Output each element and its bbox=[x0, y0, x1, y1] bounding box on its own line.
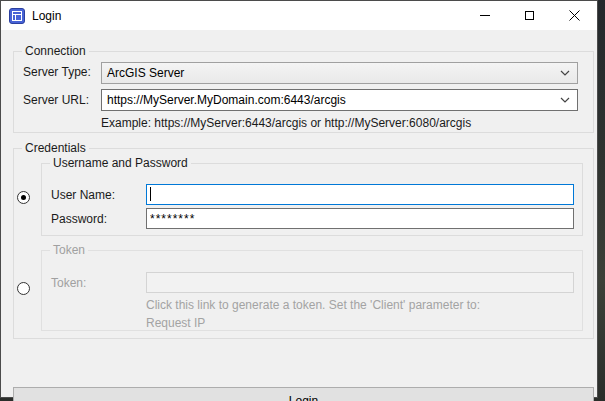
login-window: Login Connection Server Type: ArcGIS Ser… bbox=[0, 0, 598, 398]
server-type-value: ArcGIS Server bbox=[102, 66, 184, 80]
server-url-value: https://MyServer.MyDomain.com:6443/arcgi… bbox=[102, 93, 346, 107]
radio-selected-dot bbox=[21, 195, 26, 200]
username-password-radio[interactable] bbox=[17, 191, 30, 204]
maximize-icon bbox=[525, 11, 534, 20]
token-label: Token: bbox=[51, 276, 86, 290]
token-hint-text: Click this link to generate a token. Set… bbox=[146, 298, 480, 312]
token-input bbox=[146, 272, 574, 293]
password-input[interactable] bbox=[146, 208, 574, 229]
minimize-button[interactable] bbox=[462, 1, 507, 30]
user-name-label: User Name: bbox=[51, 188, 115, 202]
login-button[interactable]: Login bbox=[13, 387, 594, 401]
titlebar[interactable]: Login bbox=[1, 1, 597, 30]
credentials-group-label: Credentials bbox=[22, 141, 89, 155]
request-ip-link[interactable]: Request IP bbox=[146, 316, 205, 330]
password-label: Password: bbox=[51, 212, 107, 226]
app-icon bbox=[9, 8, 25, 24]
text-caret bbox=[150, 187, 151, 201]
minimize-icon bbox=[480, 15, 490, 16]
window-title: Login bbox=[32, 9, 61, 23]
maximize-button[interactable] bbox=[507, 1, 552, 30]
chevron-down-icon bbox=[560, 70, 577, 76]
user-name-input[interactable] bbox=[146, 184, 574, 205]
caption-buttons bbox=[462, 1, 597, 30]
connection-group-label: Connection bbox=[22, 44, 89, 58]
dialog-body: Connection Server Type: ArcGIS Server Se… bbox=[1, 30, 597, 397]
chevron-down-icon bbox=[560, 97, 577, 103]
login-button-label: Login bbox=[289, 394, 318, 401]
server-type-dropdown[interactable]: ArcGIS Server bbox=[101, 62, 578, 84]
username-password-group-label: Username and Password bbox=[50, 156, 191, 170]
example-text: Example: https://MyServer:6443/arcgis or… bbox=[101, 116, 471, 130]
server-url-label: Server URL: bbox=[23, 93, 89, 107]
server-url-combobox[interactable]: https://MyServer.MyDomain.com:6443/arcgi… bbox=[101, 89, 578, 111]
close-icon bbox=[569, 10, 580, 21]
close-button[interactable] bbox=[552, 1, 597, 30]
token-group-label: Token bbox=[50, 243, 88, 257]
server-type-label: Server Type: bbox=[23, 65, 91, 79]
token-radio[interactable] bbox=[17, 282, 30, 295]
user-name-field-wrap bbox=[146, 184, 574, 205]
